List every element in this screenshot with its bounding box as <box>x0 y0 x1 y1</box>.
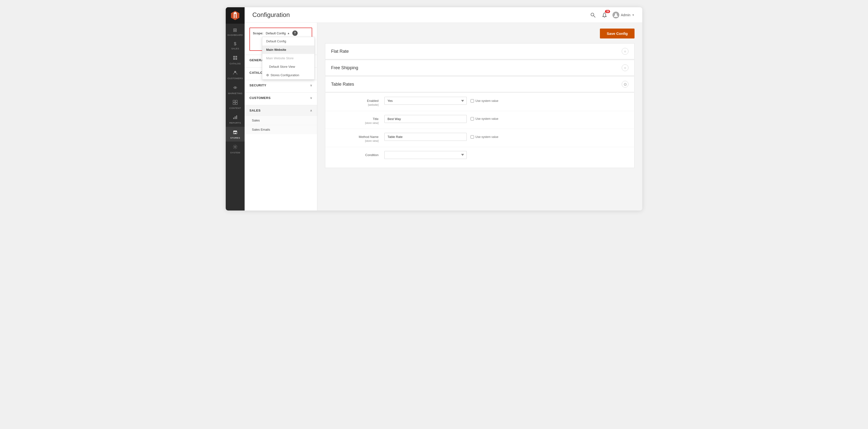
customers-icon <box>233 70 238 76</box>
chevron-down-icon: ∨ <box>310 84 312 87</box>
sidebar-item-label: DASHBOARD <box>228 34 243 36</box>
condition-label: Condition <box>331 151 384 157</box>
svg-point-19 <box>615 13 617 15</box>
left-nav-sales-content: Sales Sales Emails <box>245 116 317 134</box>
gear-icon: ⚙ <box>266 73 269 77</box>
table-rates-toggle[interactable]: ⊙ <box>622 81 628 88</box>
dropdown-item-default-store-view[interactable]: Default Store View <box>262 62 314 71</box>
scope-dropdown: Default Config Main Website Main Website… <box>262 37 315 79</box>
svg-rect-10 <box>233 118 234 119</box>
help-icon[interactable]: ? <box>292 31 298 36</box>
free-shipping-header[interactable]: Free Shipping ○ <box>325 60 634 75</box>
left-nav-customers: CUSTOMERS ∨ <box>245 92 317 103</box>
method-name-input-group: Use system value <box>384 133 628 141</box>
sidebar-item-system[interactable]: SYSTEM <box>226 141 245 156</box>
marketing-icon <box>233 85 238 91</box>
admin-chevron-icon: ▼ <box>632 13 634 16</box>
title-input[interactable] <box>384 115 467 123</box>
sidebar-item-label: MARKETING <box>228 92 242 95</box>
free-shipping-title: Free Shipping <box>331 65 358 70</box>
admin-name: Admin <box>621 13 630 17</box>
table-rates-section: Table Rates ⊙ Enabled [website] <box>325 76 634 168</box>
enabled-use-system-checkbox[interactable] <box>471 99 474 103</box>
title-label: Title [store view] <box>331 115 384 125</box>
sidebar-item-customers[interactable]: CUSTOMERS <box>226 67 245 82</box>
method-name-label: Method Name [store view] <box>331 133 384 143</box>
svg-rect-3 <box>236 58 237 60</box>
sidebar-item-marketing[interactable]: MARKETING <box>226 82 245 97</box>
notification-button[interactable]: 39 <box>601 11 608 19</box>
svg-rect-1 <box>236 56 237 58</box>
svg-rect-6 <box>233 100 235 102</box>
svg-line-17 <box>594 16 595 18</box>
chevron-up-icon: ∧ <box>310 109 312 112</box>
left-nav-item-sales[interactable]: Sales <box>245 116 317 125</box>
admin-user-menu[interactable]: Admin ▼ <box>613 11 634 19</box>
sidebar-item-label: CATALOG <box>229 62 241 65</box>
sidebar-item-label: CUSTOMERS <box>227 77 243 79</box>
flat-rate-header[interactable]: Flat Rate ○ <box>325 43 634 59</box>
sidebar-item-label: SALES <box>231 47 239 50</box>
main-content: Configuration 39 Admin ▼ <box>245 7 642 210</box>
dropdown-item-main-website[interactable]: Main Website <box>262 45 314 54</box>
sidebar-nav: ⊞ DASHBOARD $ SALES CATALOG CUSTOMERS <box>226 25 245 157</box>
system-icon <box>233 144 238 150</box>
dropdown-item-label: Default Store View <box>269 65 295 68</box>
left-nav-sales: SALES ∧ Sales Sales Emails <box>245 105 317 134</box>
search-button[interactable] <box>589 11 596 19</box>
table-rates-header-section: Table Rates ⊙ <box>325 76 634 92</box>
sidebar-item-label: REPORTS <box>229 122 241 124</box>
dropdown-item-label: Stores Configuration <box>271 73 299 77</box>
chevron-down-icon: ∨ <box>310 96 312 100</box>
title-use-system-checkbox[interactable] <box>471 117 474 121</box>
title-input-group: Use system value <box>384 115 628 123</box>
sidebar-logo <box>226 7 245 24</box>
enabled-label: Enabled [website] <box>331 97 384 107</box>
notification-count: 39 <box>605 10 610 13</box>
sidebar-item-sales[interactable]: $ SALES <box>226 39 245 52</box>
save-config-button[interactable]: Save Config <box>600 29 634 38</box>
condition-input-group <box>384 151 628 159</box>
svg-rect-0 <box>233 56 235 58</box>
left-nav-header-sales[interactable]: SALES ∧ <box>245 105 317 116</box>
right-panel: Save Config Flat Rate ○ Free Shipping <box>317 23 642 210</box>
flat-rate-toggle[interactable]: ○ <box>622 48 628 55</box>
left-nav-header-customers[interactable]: CUSTOMERS ∨ <box>245 92 317 103</box>
sidebar-item-reports[interactable]: REPORTS <box>226 112 245 127</box>
dropdown-item-label: Main Website Store <box>266 56 293 60</box>
table-rates-content: Enabled [website] Yes No Use s <box>325 93 634 168</box>
method-name-input[interactable] <box>384 133 467 141</box>
left-nav-item-sales-emails[interactable]: Sales Emails <box>245 125 317 134</box>
reports-icon <box>233 115 238 120</box>
left-nav-header-security[interactable]: SECURITY ∨ <box>245 80 317 91</box>
sales-icon: $ <box>234 42 237 46</box>
enabled-select[interactable]: Yes No <box>384 97 467 105</box>
circle-minus-icon: ○ <box>624 66 626 70</box>
content-icon <box>233 100 238 105</box>
sidebar-item-content[interactable]: CONTENT <box>226 97 245 112</box>
svg-rect-9 <box>236 103 237 104</box>
sidebar-item-label: CONTENT <box>229 107 241 109</box>
sidebar-item-dashboard[interactable]: ⊞ DASHBOARD <box>226 25 245 39</box>
method-name-use-system-value: Use system value <box>471 135 498 139</box>
scope-select-button[interactable]: Default Config ▲ <box>266 31 290 35</box>
svg-rect-12 <box>236 116 237 119</box>
table-rates-header[interactable]: Table Rates ⊙ <box>325 76 634 92</box>
content-area: Scope: Default Config ▲ ? Default Config <box>245 23 642 210</box>
free-shipping-section: Free Shipping ○ <box>325 60 634 76</box>
title-row: Title [store view] Use system value <box>325 111 634 129</box>
svg-rect-11 <box>235 117 236 119</box>
scope-label: Scope: <box>253 31 263 35</box>
dropdown-item-default-config[interactable]: Default Config <box>262 37 314 45</box>
svg-rect-14 <box>235 133 236 134</box>
sidebar-item-stores[interactable]: STORES <box>226 127 245 141</box>
method-name-use-system-checkbox[interactable] <box>471 135 474 139</box>
condition-select[interactable] <box>384 151 467 159</box>
svg-point-15 <box>235 146 236 147</box>
enabled-use-system-value: Use system value <box>471 99 498 103</box>
free-shipping-toggle[interactable]: ○ <box>622 64 628 71</box>
dropdown-item-stores-config[interactable]: ⚙ Stores Configuration <box>262 71 314 79</box>
sidebar-item-catalog[interactable]: CATALOG <box>226 53 245 67</box>
title-use-system-value: Use system value <box>471 117 498 121</box>
catalog-icon <box>233 56 238 61</box>
